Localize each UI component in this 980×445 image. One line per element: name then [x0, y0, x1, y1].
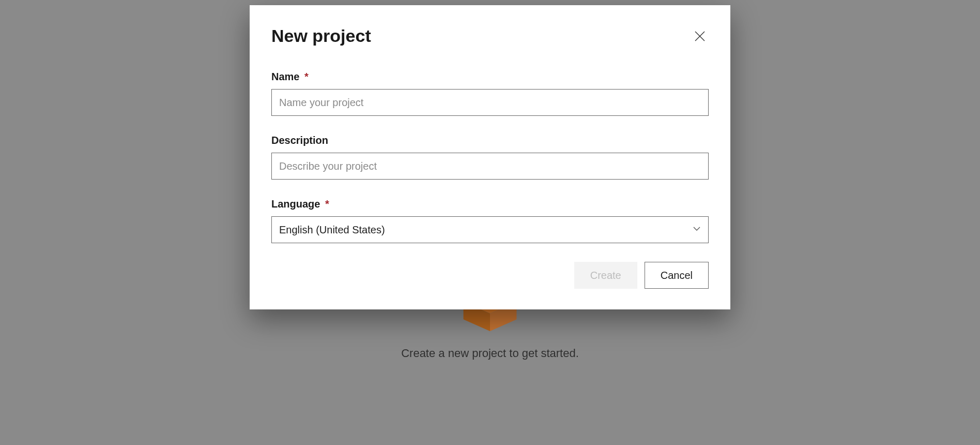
language-selected-value: English (United States) [279, 224, 385, 236]
name-field: Name * [271, 71, 709, 116]
language-field: Language * English (United States) [271, 198, 709, 243]
name-input[interactable] [271, 89, 709, 116]
required-marker: * [325, 198, 329, 210]
create-button[interactable]: Create [574, 262, 637, 289]
language-select[interactable]: English (United States) [271, 216, 709, 243]
dialog-header: New project [271, 26, 709, 46]
new-project-dialog: New project Name * Description Language … [250, 5, 730, 309]
cancel-button[interactable]: Cancel [645, 262, 709, 289]
description-label-text: Description [271, 135, 328, 146]
language-select-wrap: English (United States) [271, 216, 709, 243]
name-label: Name * [271, 71, 709, 83]
language-label: Language * [271, 198, 709, 210]
close-button[interactable] [691, 27, 709, 45]
dialog-title: New project [271, 26, 371, 46]
name-label-text: Name [271, 71, 299, 82]
dialog-footer: Create Cancel [271, 262, 709, 289]
description-input[interactable] [271, 153, 709, 180]
description-label: Description [271, 135, 709, 146]
empty-state-text: Create a new project to get started. [401, 347, 579, 360]
required-marker: * [304, 71, 309, 82]
close-icon [694, 31, 706, 42]
language-label-text: Language [271, 198, 320, 210]
description-field: Description [271, 135, 709, 180]
